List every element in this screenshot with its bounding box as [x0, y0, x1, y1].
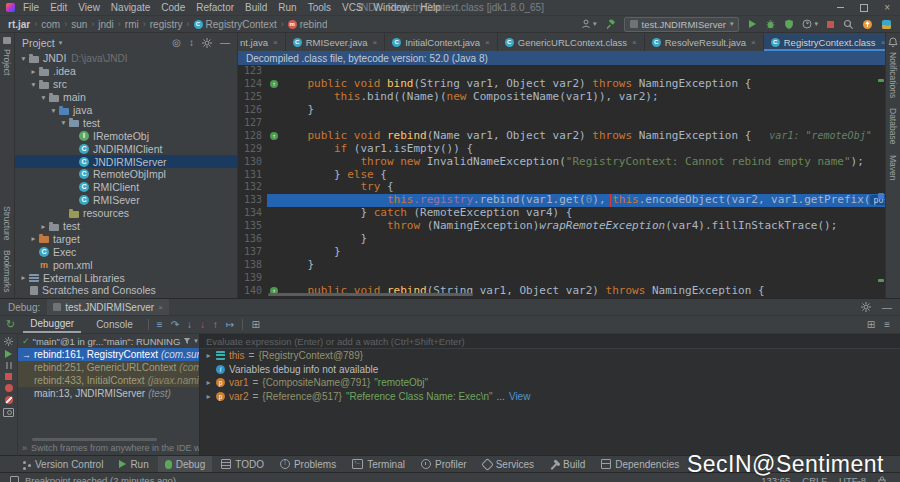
gutter[interactable]: ↑: [267, 78, 281, 91]
tree-item-jndi[interactable]: ▾JNDID:\java\JNDI: [15, 52, 237, 65]
close-icon[interactable]: ×: [158, 303, 163, 312]
line-number[interactable]: 137: [238, 246, 267, 259]
tree-item-src[interactable]: ▾src: [15, 78, 237, 91]
breadcrumb-item[interactable]: registry: [150, 19, 183, 30]
menu-window[interactable]: Window: [374, 2, 410, 13]
gutter[interactable]: [267, 143, 281, 156]
breadcrumb-item[interactable]: jndi: [98, 19, 114, 30]
resume-icon[interactable]: [5, 350, 12, 358]
override-marker-icon[interactable]: ↑: [270, 80, 278, 88]
menu-run[interactable]: Run: [278, 2, 296, 13]
line-number[interactable]: 139: [238, 272, 267, 285]
tree-arrow-icon[interactable]: ▾: [29, 80, 38, 89]
breadcrumb-item[interactable]: sun: [71, 19, 87, 30]
stack-frame[interactable]: rebind:433, InitialContext (javax.naming…: [18, 374, 199, 387]
breadcrumb-class[interactable]: CRegistryContext: [194, 19, 277, 30]
toolwindow-profiler[interactable]: Profiler: [414, 456, 474, 472]
thread-dump-camera-icon[interactable]: [3, 408, 14, 417]
restore-layout-icon[interactable]: ⊞: [867, 319, 875, 330]
editor-tab[interactable]: CGenericURLContext.class×: [498, 33, 645, 51]
stripe-database-button[interactable]: Database: [888, 108, 898, 144]
stop-button[interactable]: [826, 20, 835, 29]
vertical-scrollbar[interactable]: [877, 65, 885, 298]
evaluate-expression-input[interactable]: Evaluate expression (Enter) or add a wat…: [200, 334, 900, 349]
rerun-icon[interactable]: ↻: [6, 318, 15, 331]
tree-item-remoteobjimpl[interactable]: CRemoteObjImpl: [15, 168, 237, 181]
toolwindow-dependencies[interactable]: Dependencies: [594, 456, 686, 472]
mute-breakpoints-icon[interactable]: [5, 396, 13, 404]
run-with-coverage-button[interactable]: [784, 19, 794, 30]
step-over-icon[interactable]: ↷: [171, 319, 179, 330]
tab-close-icon[interactable]: ×: [881, 38, 885, 47]
tree-arrow-icon[interactable]: ▾: [59, 118, 68, 127]
variable-row[interactable]: iVariables debug info not available: [200, 363, 900, 377]
menu-file[interactable]: File: [23, 2, 39, 13]
stripe-bookmarks-button[interactable]: Bookmarks: [2, 250, 12, 293]
line-number[interactable]: 128: [238, 130, 267, 143]
gutter[interactable]: [267, 169, 281, 182]
editor-tab[interactable]: CResolveResult.java×: [645, 33, 764, 51]
stack-frame[interactable]: →rebind:161, RegistryContext (com.sun.jn…: [18, 348, 199, 361]
gutter[interactable]: [267, 233, 281, 246]
toolwindow-version-control[interactable]: Version Control: [16, 456, 110, 472]
locate-file-icon[interactable]: ◎: [172, 37, 181, 48]
line-number[interactable]: 130: [238, 156, 267, 169]
line-number[interactable]: 124: [238, 78, 267, 91]
gutter[interactable]: [267, 65, 281, 78]
toolwindow-build[interactable]: Build: [543, 456, 592, 472]
toolwindow-debug[interactable]: Debug: [158, 456, 212, 472]
tree-item-external-libraries[interactable]: ▸External Libraries: [15, 271, 237, 284]
horizontal-scrollbar[interactable]: [268, 293, 473, 296]
tab-close-icon[interactable]: ×: [632, 38, 637, 47]
tree-arrow-icon[interactable]: ▸: [29, 234, 38, 243]
tree-item-test[interactable]: ▾test: [15, 116, 237, 129]
view-link[interactable]: View: [509, 391, 531, 402]
menu-view[interactable]: View: [78, 2, 100, 13]
line-number[interactable]: 129: [238, 143, 267, 156]
stack-frame[interactable]: rebind:251, GenericURLContext (com.sun.j…: [18, 361, 199, 374]
tree-arrow-icon[interactable]: ▾: [49, 106, 58, 115]
frames-scrollbar[interactable]: [32, 438, 157, 441]
chevron-down-icon[interactable]: ▾: [59, 39, 63, 47]
line-number[interactable]: 132: [238, 181, 267, 194]
expand-tip-icon[interactable]: »: [22, 443, 27, 453]
breadcrumb-method[interactable]: mrebind: [288, 19, 328, 30]
tree-item-scratches-and-consoles[interactable]: Scratches and Consoles: [15, 284, 237, 297]
tree-item-jndirmiserver[interactable]: CJNDIRMIServer: [15, 155, 237, 168]
code-editor[interactable]: 123124↑ public void bind(String var1, Ob…: [238, 65, 885, 298]
line-number[interactable]: 131: [238, 169, 267, 182]
view-breakpoints-icon[interactable]: [5, 384, 13, 392]
tab-close-icon[interactable]: ×: [485, 38, 490, 47]
menu-navigate[interactable]: Navigate: [111, 2, 150, 13]
tree-arrow-icon[interactable]: ▾: [39, 93, 48, 102]
override-marker-icon[interactable]: ↑: [270, 132, 278, 140]
editor-tab[interactable]: CRegistryContext.class×: [764, 33, 885, 51]
tab-console[interactable]: Console: [89, 317, 140, 332]
menu-tools[interactable]: Tools: [308, 2, 331, 13]
toolwindow-terminal[interactable]: Terminal: [345, 456, 412, 472]
tree-item-pom-xml[interactable]: mpom.xml: [15, 258, 237, 271]
line-number[interactable]: 134: [238, 207, 267, 220]
stack-frame[interactable]: main:13, JNDIRMIServer (test): [18, 387, 199, 400]
tab-close-icon[interactable]: ×: [273, 38, 278, 47]
plugin-icon[interactable]: [881, 19, 892, 30]
close-icon[interactable]: ×: [884, 4, 890, 12]
debug-button[interactable]: [765, 19, 776, 30]
editor-tab[interactable]: CInitialContext.java×: [385, 33, 498, 51]
gear-icon[interactable]: [861, 302, 871, 312]
force-step-into-icon[interactable]: ↓: [200, 319, 205, 330]
thread-selector[interactable]: ✓ "main"@1 in gr..."main": RUNNING ▾: [18, 334, 199, 348]
maximize-icon[interactable]: [860, 4, 868, 12]
gutter[interactable]: ↑: [267, 130, 281, 143]
expand-arrow-icon[interactable]: ▸: [205, 351, 212, 360]
step-out-icon[interactable]: ↑: [213, 319, 218, 330]
tree-item-iremoteobj[interactable]: IIRemoteObj: [15, 129, 237, 142]
expand-collapse-icon[interactable]: ↕: [189, 37, 194, 48]
search-everywhere-icon[interactable]: [843, 19, 854, 30]
tree-item-exec[interactable]: CExec: [15, 245, 237, 258]
tab-debugger[interactable]: Debugger: [23, 316, 81, 333]
variable-row[interactable]: ▸this={RegistryContext@789}: [200, 349, 900, 363]
filter-funnel-icon[interactable]: [183, 337, 191, 345]
toolwindow-todo[interactable]: TODO: [214, 456, 271, 472]
menu-vcs[interactable]: VCS: [342, 2, 363, 13]
